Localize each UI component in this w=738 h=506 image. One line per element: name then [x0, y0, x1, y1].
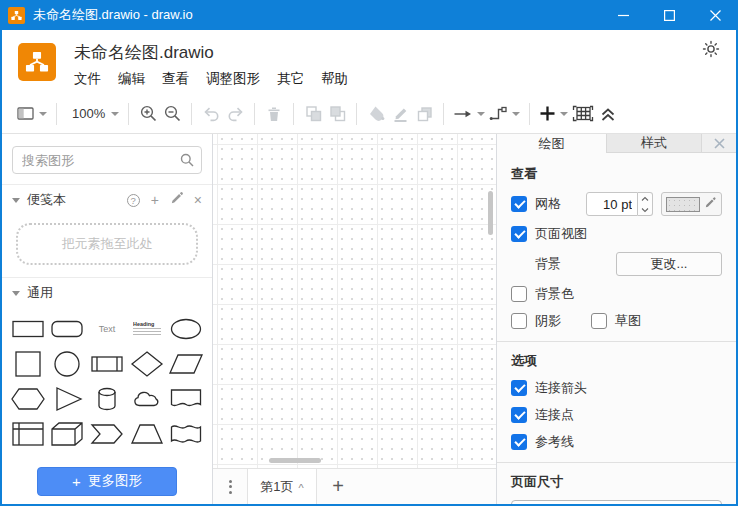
scratchpad-title: 便笺本 — [27, 191, 127, 209]
shadow-checkbox[interactable] — [511, 313, 527, 329]
delete-button[interactable] — [262, 101, 286, 127]
zoom-in-button[interactable] — [136, 101, 160, 127]
sketch-checkbox[interactable] — [591, 313, 607, 329]
to-back-button[interactable] — [325, 101, 349, 127]
table-button[interactable] — [570, 101, 596, 127]
stepper-up-icon[interactable] — [638, 193, 652, 204]
more-shapes-button[interactable]: + 更多图形 — [37, 467, 177, 496]
edit-icon[interactable] — [170, 191, 183, 209]
add-icon[interactable]: + — [151, 193, 159, 207]
connection-arrows-label[interactable]: 连接箭头 — [535, 379, 587, 397]
menu-edit[interactable]: 编辑 — [118, 70, 145, 88]
change-background-button[interactable]: 更改... — [616, 252, 722, 276]
line-color-button[interactable] — [388, 101, 412, 127]
shape-square[interactable] — [8, 347, 48, 380]
shape-diamond[interactable] — [127, 347, 167, 380]
menu-arrange[interactable]: 调整图形 — [206, 70, 260, 88]
grid-size-stepper[interactable] — [638, 192, 653, 216]
horizontal-scrollbar[interactable] — [269, 458, 321, 463]
connection-points-checkbox[interactable] — [511, 407, 527, 423]
grid-color-button[interactable] — [661, 192, 722, 216]
shape-step[interactable] — [87, 417, 127, 446]
shape-hexagon[interactable] — [8, 382, 48, 415]
shadow-button[interactable] — [412, 101, 436, 127]
background-color-label[interactable]: 背景色 — [535, 285, 574, 303]
page-size-section-title: 页面尺寸 — [511, 473, 722, 491]
connection-arrows-checkbox[interactable] — [511, 380, 527, 396]
chevron-down-icon — [512, 112, 520, 120]
panel-close-button[interactable] — [702, 134, 736, 152]
grid-color-swatch[interactable] — [666, 197, 700, 212]
menu-help[interactable]: 帮助 — [321, 70, 348, 88]
scratchpad-header[interactable]: 便笺本 ? + × — [2, 185, 212, 215]
shape-internal-storage[interactable] — [8, 417, 48, 446]
maximize-button[interactable] — [646, 0, 692, 30]
shape-cube[interactable] — [48, 417, 88, 446]
shape-document[interactable] — [166, 382, 206, 415]
insert-button[interactable] — [537, 101, 570, 127]
page-view-label[interactable]: 页面视图 — [535, 225, 587, 243]
shadow-label[interactable]: 阴影 — [535, 312, 561, 330]
help-icon[interactable]: ? — [127, 194, 140, 207]
shape-cylinder[interactable] — [87, 382, 127, 415]
waypoint-style-button[interactable] — [487, 101, 522, 127]
vertical-scrollbar[interactable] — [488, 191, 493, 235]
fill-color-button[interactable] — [364, 101, 388, 127]
grid-size-input[interactable] — [586, 192, 638, 216]
chevron-down-icon — [560, 112, 568, 120]
undo-button[interactable] — [199, 101, 223, 127]
menu-extras[interactable]: 其它 — [277, 70, 304, 88]
tab-diagram[interactable]: 绘图 — [497, 134, 607, 153]
shape-triangle[interactable] — [48, 382, 88, 415]
drawing-canvas[interactable] — [213, 134, 496, 468]
close-button[interactable] — [692, 0, 738, 30]
pages-menu-button[interactable] — [213, 469, 247, 504]
minimize-button[interactable] — [600, 0, 646, 30]
close-icon[interactable]: × — [194, 193, 202, 207]
grid-label[interactable]: 网格 — [535, 195, 561, 213]
canvas-area: 第1页 ^ + — [213, 134, 496, 504]
menu-file[interactable]: 文件 — [74, 70, 101, 88]
guides-label[interactable]: 参考线 — [535, 433, 574, 451]
chevron-down-icon — [477, 112, 485, 120]
guides-checkbox[interactable] — [511, 434, 527, 450]
zoom-value: 100% — [66, 106, 107, 121]
zoom-out-button[interactable] — [160, 101, 184, 127]
chevron-down-icon — [111, 112, 119, 120]
shape-cloud[interactable] — [127, 382, 167, 415]
add-page-button[interactable]: + — [317, 469, 359, 504]
shape-tape[interactable] — [166, 417, 206, 446]
shape-textbox[interactable]: Heading — [127, 312, 167, 345]
theme-toggle-button[interactable] — [700, 38, 722, 60]
shape-trapezoid[interactable] — [127, 417, 167, 446]
scratchpad-dropzone[interactable]: 把元素拖至此处 — [16, 223, 198, 265]
menu-view[interactable]: 查看 — [162, 70, 189, 88]
search-input[interactable] — [12, 146, 202, 174]
page-view-checkbox[interactable] — [511, 226, 527, 242]
shape-ellipse[interactable] — [166, 312, 206, 345]
page-size-select[interactable]: A4 (210 mm x 297 mm) — [511, 500, 722, 506]
view-mode-button[interactable] — [14, 101, 49, 127]
connection-style-button[interactable] — [451, 101, 487, 127]
zoom-level-dropdown[interactable]: 100% — [64, 101, 121, 127]
shape-text[interactable]: Text — [87, 312, 127, 345]
shape-process[interactable] — [87, 347, 127, 380]
shape-rectangle[interactable] — [8, 312, 48, 345]
to-front-button[interactable] — [301, 101, 325, 127]
redo-button[interactable] — [223, 101, 247, 127]
page-tab-1[interactable]: 第1页 ^ — [247, 469, 317, 504]
shape-parallelogram[interactable] — [166, 347, 206, 380]
background-color-checkbox[interactable] — [511, 286, 527, 302]
shape-rounded-rectangle[interactable] — [48, 312, 88, 345]
general-section-header[interactable]: 通用 — [2, 278, 212, 308]
collapse-expand-button[interactable] — [596, 101, 620, 127]
sketch-label[interactable]: 草图 — [615, 312, 641, 330]
format-panel-tabs: 绘图 样式 — [497, 134, 736, 153]
shape-circle[interactable] — [48, 347, 88, 380]
connection-points-label[interactable]: 连接点 — [535, 406, 574, 424]
background-label: 背景 — [535, 255, 561, 273]
stepper-down-icon[interactable] — [638, 204, 652, 215]
shapes-grid: Text Heading — [2, 308, 212, 446]
tab-style[interactable]: 样式 — [607, 134, 702, 152]
grid-checkbox[interactable] — [511, 196, 527, 212]
